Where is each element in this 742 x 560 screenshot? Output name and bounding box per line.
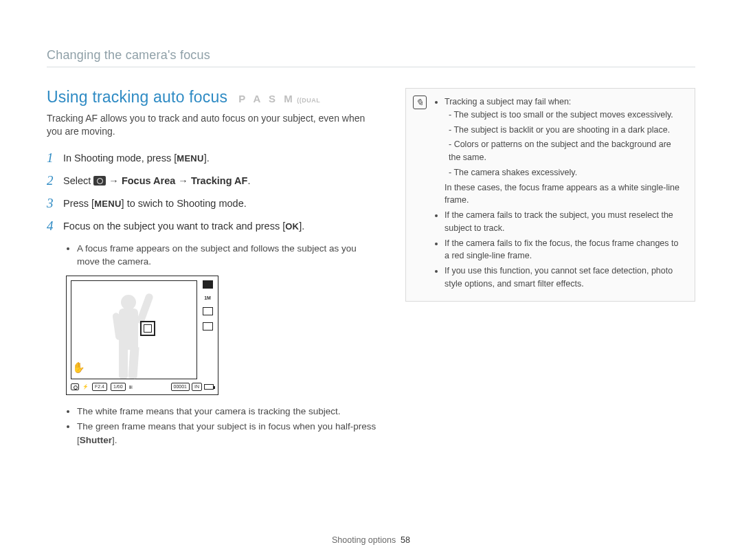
shutter-value: 1/60 [111, 383, 126, 391]
divider [47, 67, 695, 67]
step-3: 3 Press [MENU] to swich to Shooting mode… [47, 196, 381, 212]
step-text: Focus on the subject you want to track a… [63, 221, 285, 232]
ev-scale-icon: |·|·|·| [129, 385, 132, 389]
menu-icon: MENU [177, 152, 203, 166]
dual-icon: ((DUAL [297, 97, 320, 104]
setting-icon [203, 280, 213, 289]
note-icon: ✎ [413, 96, 427, 109]
note-green-frame: The green frame means that your subject … [77, 420, 381, 447]
step-4: 4 Focus on the subject you want to track… [47, 219, 381, 234]
step-2: 2 Select → Focus Area → Tracking AF. [47, 173, 381, 189]
shake-icon: ✋ [72, 361, 85, 374]
section-heading: Using tracking auto focus [47, 88, 227, 107]
step-text: Select [63, 175, 93, 186]
note-box: ✎ Tracking a subject may fail when: The … [405, 88, 695, 302]
page-number: 58 [401, 535, 410, 545]
step-text: ]. [204, 153, 210, 164]
step-number: 2 [47, 173, 56, 189]
note-subitem: Colors or patterns on the subject and th… [449, 138, 685, 164]
note-item: If you use this function, you cannot set… [445, 265, 685, 291]
lcd-main-area [71, 280, 197, 379]
note-item: If the camera fails to fix the focus, th… [445, 237, 685, 263]
note-item: If the camera fails to track the subject… [445, 209, 685, 235]
arrow-icon: → [175, 175, 191, 186]
heading-row: Using tracking auto focus P A S M ((DUAL [47, 88, 381, 107]
note-white-frame: The white frame means that your camera i… [77, 405, 381, 418]
step-text: ] to swich to Shooting mode. [122, 198, 247, 209]
step-number: 3 [47, 196, 56, 212]
flash-icon: ⚡ [82, 384, 89, 390]
step-text: ]. [299, 221, 304, 232]
step-text: In Shooting mode, press [ [63, 153, 177, 164]
aperture-value: F2.4 [92, 383, 107, 391]
content-columns: Using tracking auto focus P A S M ((DUAL… [47, 88, 695, 449]
storage-icon: IN [192, 383, 202, 391]
camera-icon [93, 176, 106, 186]
step-text: Press [ [63, 198, 94, 209]
shutter-label: Shutter [80, 435, 112, 445]
ok-icon: OK [285, 220, 299, 234]
battery-icon [204, 384, 214, 390]
note-followup: In these cases, the focus frame appears … [445, 181, 685, 208]
intro-text: Tracking AF allows you to track and auto… [47, 112, 381, 138]
breadcrumb: Changing the camera's focus [47, 48, 695, 63]
footer-section: Shooting options [332, 535, 396, 545]
note-subitem: The subject is too small or the subject … [449, 109, 685, 122]
note-item: Tracking a subject may fail when: The su… [445, 96, 685, 207]
note-subitem: The camera shakes excessively. [449, 166, 685, 179]
page-footer: Shooting options 58 [0, 535, 742, 545]
step-number: 4 [47, 219, 56, 234]
lcd-illustration: 1M ✋ ⚡ F2.4 1/60 |·|·|·| 00001 IN [66, 276, 218, 395]
left-column: Using tracking auto focus P A S M ((DUAL… [47, 88, 381, 449]
menu-icon: MENU [94, 197, 121, 212]
mode-icon [71, 383, 79, 390]
step-4-sub: A focus frame appears on the subject and… [77, 242, 381, 269]
focus-frame-icon [140, 321, 155, 336]
mode-indicators: P A S M ((DUAL [238, 93, 320, 105]
lcd-status-bar: ⚡ F2.4 1/60 |·|·|·| 00001 IN [71, 381, 214, 392]
resolution-icon: 1M [204, 295, 211, 300]
lcd-side-icons: 1M [200, 280, 215, 331]
right-column: ✎ Tracking a subject may fail when: The … [405, 88, 695, 449]
note-subitem: The subject is backlit or you are shooti… [449, 124, 685, 137]
setting-icon [203, 322, 213, 331]
shot-count: 00001 [171, 383, 190, 391]
setting-icon [203, 307, 213, 315]
step-number: 1 [47, 150, 56, 166]
step-1: 1 In Shooting mode, press [MENU]. [47, 150, 381, 166]
tracking-af-label: Tracking AF [191, 175, 247, 186]
mode-letters: P A S M [238, 93, 295, 104]
arrow-icon: → [106, 175, 122, 186]
focus-area-label: Focus Area [122, 175, 175, 186]
